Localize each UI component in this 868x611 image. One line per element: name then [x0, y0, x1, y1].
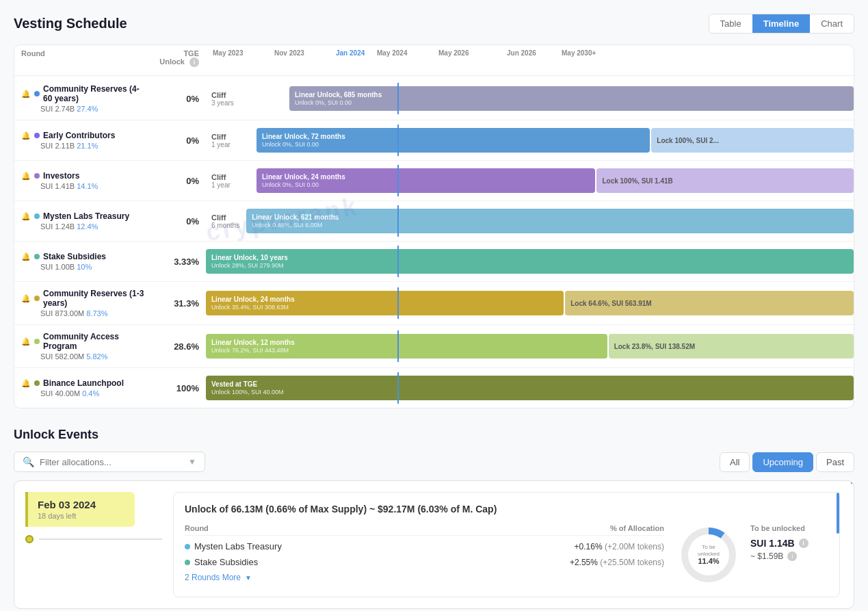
- view-toggle: Table Timeline Chart: [709, 14, 854, 34]
- round-header: Round: [14, 45, 151, 71]
- round-name-cell: Stake Subsidies: [185, 557, 258, 567]
- event-date-col: Feb 03 2024 18 days left: [25, 492, 162, 597]
- event-card: Unlock of 66.13M (0.66% of Max Supply) ~…: [173, 492, 840, 597]
- donut-label: To beunlocked: [698, 544, 720, 557]
- chevron-down-icon: ▼: [245, 574, 252, 582]
- tcol-may2024: May 2024: [377, 49, 438, 57]
- bar-block: Lock 64.6%, SUI 563.91M: [565, 291, 854, 315]
- search-icon: 🔍: [23, 456, 34, 467]
- timeline-cell-investors: Cliff 1 year Linear Unlock, 24 months Un…: [206, 161, 854, 200]
- tab-chart[interactable]: Chart: [810, 14, 854, 33]
- tab-timeline[interactable]: Timeline: [752, 14, 811, 33]
- donut-pct: 11.4%: [698, 558, 720, 566]
- page-title: Vesting Schedule: [14, 16, 127, 31]
- round-cell-community-access: 🔔 Community Access Program SUI 582.00M 5…: [14, 325, 151, 367]
- tge-header: TGE Unlock i: [151, 45, 206, 71]
- event-card-header: Unlock of 66.13M (0.66% of Max Supply) ~…: [185, 504, 828, 515]
- unlock-events-section: Unlock Events 🔍 ▼ All Upcoming Past: [14, 428, 854, 609]
- round-cell-community-reserves-long: 🔔 Community Reserves (4-60 years) SUI 2.…: [14, 77, 151, 120]
- chevron-down-icon: ▼: [188, 457, 196, 467]
- tcol-may2030: May 2030+: [562, 49, 616, 57]
- vesting-row: 🔔 Early Contributors SUI 2.11B 21.1% 0% …: [14, 120, 854, 161]
- rounds-table-header: Round % of Allocation: [185, 524, 664, 536]
- tge-cell-investors: 0%: [151, 169, 206, 193]
- tge-cell-community-reserves-short: 31.3%: [151, 291, 206, 315]
- event-round-row: Stake Subsidies +2.55% (+25.50M tokens): [185, 557, 664, 567]
- event-body: Round % of Allocation Mysten Labs Treasu…: [185, 524, 828, 586]
- vesting-row: 🔔 Binance Launchpool SUI 40.00M 0.4% 100…: [14, 368, 854, 408]
- round-cell-early-contributors: 🔔 Early Contributors SUI 2.11B 21.1%: [14, 124, 151, 157]
- vesting-row: 🔔 Investors SUI 1.41B 14.1% 0% Cliff 1 y…: [14, 161, 854, 201]
- event-round-row: Mysten Labs Treasury +0.16% (+2.00M toke…: [185, 541, 664, 551]
- filter-input-wrap: 🔍 ▼: [14, 452, 205, 472]
- tcol-jan2024: Jan 2024: [336, 49, 377, 57]
- tab-upcoming[interactable]: Upcoming: [752, 452, 813, 472]
- tcol-nov2023: Nov 2023: [274, 49, 336, 57]
- tcol-may2026: May 2026: [438, 49, 507, 57]
- donut-chart: To beunlocked 11.4%: [678, 524, 739, 586]
- round-pct-stake: +2.55% (+25.50M tokens): [570, 558, 664, 567]
- vesting-row: 🔔 Mysten Labs Treasury SUI 1.24B 12.4% 0…: [14, 201, 854, 242]
- tab-past[interactable]: Past: [816, 452, 854, 472]
- round-col-header: Round: [185, 524, 209, 532]
- timeline-cell-community-reserves-long: Cliff 3 years Linear Unlock, 685 months …: [206, 79, 854, 118]
- cliff-section: Cliff 3 years: [206, 88, 288, 109]
- event-layout: Feb 03 2024 18 days left Unlock of 66.13…: [14, 481, 851, 608]
- timeline-header: May 2023 Nov 2023 Jan 2024 May 2024 May …: [206, 45, 854, 71]
- tge-cell-community-reserves-long: 0%: [151, 87, 206, 111]
- info-icon-usd[interactable]: i: [787, 551, 797, 561]
- cliff-section: Cliff 6 months: [206, 211, 245, 232]
- bar-block: Linear Unlock, 621 months Unlock 0.48%, …: [246, 209, 854, 233]
- vesting-row: 🔔 Community Reserves (1-3 years) SUI 873…: [14, 282, 854, 325]
- bar-block: Linear Unlock, 12 months Unlock 76.2%, S…: [206, 334, 607, 359]
- round-cell-investors: 🔔 Investors SUI 1.41B 14.1%: [14, 164, 151, 197]
- tab-table[interactable]: Table: [709, 14, 752, 33]
- tge-info-icon[interactable]: i: [189, 57, 199, 67]
- bar-block: Linear Unlock, 685 months Unlock 0%, SUI…: [289, 86, 854, 111]
- round-dot-stake: [185, 560, 190, 565]
- bar-block: Lock 23.8%, SUI 138.52M: [609, 334, 854, 359]
- more-rounds-button[interactable]: 2 Rounds More ▼: [185, 573, 664, 582]
- round-cell-binance-launchpool: 🔔 Binance Launchpool SUI 40.00M 0.4%: [14, 372, 151, 404]
- summary-usd: ~ $1.59B i: [750, 551, 808, 561]
- round-pct-mysten: +0.16% (+2.00M tokens): [575, 542, 664, 551]
- timeline-cell-early-contributors: Cliff 1 year Linear Unlock, 72 months Un…: [206, 120, 854, 160]
- bar-block: Vested at TGE Unlock 100%, SUI 40.00M: [206, 376, 854, 400]
- bar-block: Lock 100%, SUI 1.41B: [596, 168, 854, 193]
- table-header: Round TGE Unlock i May 2023 Nov 2023 Jan…: [14, 45, 854, 76]
- timeline-cell-mysten-labs: Cliff 6 months Linear Unlock, 621 months…: [206, 201, 854, 241]
- filter-bar: 🔍 ▼ All Upcoming Past: [14, 452, 854, 472]
- event-days-left: 18 days left: [38, 512, 125, 520]
- tge-cell-community-access: 28.6%: [151, 335, 206, 359]
- allocation-col-header: % of Allocation: [610, 524, 664, 532]
- round-dot-mysten: [185, 544, 190, 549]
- round-cell-community-reserves-short: 🔔 Community Reserves (1-3 years) SUI 873…: [14, 282, 151, 324]
- bar-block: Linear Unlock, 24 months Unlock 0%, SUI …: [257, 168, 595, 193]
- summary-values: To be unlocked SUI 1.14B i ~ $1.59B i: [750, 524, 808, 561]
- vesting-row: 🔔 Community Reserves (4-60 years) SUI 2.…: [14, 77, 854, 120]
- timeline-cell-community-reserves-short: Linear Unlock, 24 months Unlock 35.4%, S…: [206, 283, 854, 323]
- filter-input[interactable]: [40, 457, 183, 467]
- summary-title: To be unlocked: [750, 524, 808, 532]
- event-date: Feb 03 2024: [38, 499, 125, 510]
- tge-cell-early-contributors: 0%: [151, 129, 206, 153]
- timeline-cell-stake-subsidies: Linear Unlock, 10 years Unlock 28%, SUI …: [206, 242, 854, 281]
- cliff-section: Cliff 1 year: [206, 130, 255, 151]
- bar-block: Linear Unlock, 24 months Unlock 35.4%, S…: [206, 291, 564, 315]
- timeline-cell-community-access: Linear Unlock, 12 months Unlock 76.2%, S…: [206, 326, 854, 366]
- bar-block: Linear Unlock, 10 years Unlock 28%, SUI …: [206, 249, 854, 274]
- more-rounds-label: 2 Rounds More: [185, 573, 241, 582]
- round-cell-stake-subsidies: 🔔 Stake Subsidies SUI 1.00B 10%: [14, 245, 151, 278]
- tab-all[interactable]: All: [720, 452, 750, 472]
- unlock-events-title: Unlock Events: [14, 428, 854, 442]
- summary-amount: SUI 1.14B i: [750, 538, 808, 549]
- event-summary: To beunlocked 11.4% To be unlocked SUI 1…: [678, 524, 828, 586]
- info-icon-amount[interactable]: i: [799, 538, 808, 548]
- vesting-rows: 🔔 Community Reserves (4-60 years) SUI 2.…: [14, 77, 854, 408]
- round-name-stake: Stake Subsidies: [194, 557, 258, 567]
- tge-cell-binance-launchpool: 100%: [151, 376, 206, 400]
- cliff-section: Cliff 1 year: [206, 170, 255, 192]
- round-name-mysten: Mysten Labs Treasury: [194, 541, 282, 551]
- tge-cell-stake-subsidies: 3.33%: [151, 250, 206, 274]
- bar-block: Lock 100%, SUI 2...: [651, 128, 854, 153]
